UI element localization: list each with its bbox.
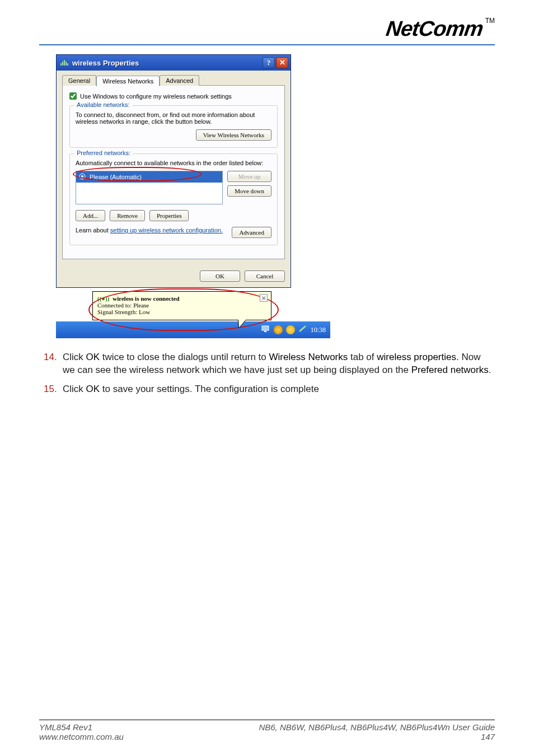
connection-balloon: ((●)) wireless is now connected ✕ Connec… [92, 291, 271, 320]
taskbar-clock: 10:38 [311, 326, 326, 334]
tray-alert-icon[interactable] [286, 325, 295, 334]
learn-link[interactable]: setting up wireless network configuratio… [110, 227, 223, 234]
available-legend: Available networks: [74, 101, 132, 108]
svg-point-1 [81, 175, 83, 178]
available-desc: To connect to, disconnect from, or find … [76, 111, 271, 125]
step-15: 15. Click OK to save your settings. The … [44, 382, 495, 395]
preferred-item-label: Please (Automatic) [90, 174, 142, 180]
svg-rect-2 [262, 326, 269, 330]
wireless-icon [60, 58, 69, 67]
add-button[interactable]: Add... [76, 210, 105, 221]
balloon-line2: Signal Strength: Low [97, 309, 266, 315]
brand-logo: NetCommTM [386, 17, 495, 41]
dialog-title: wireless Properties [72, 59, 261, 67]
svg-rect-3 [264, 331, 266, 332]
tab-advanced[interactable]: Advanced [160, 75, 199, 86]
move-down-button[interactable]: Move down [227, 185, 271, 197]
footer-models: NB6, NB6W, NB6Plus4, NB6Plus4W, NB6Plus4… [259, 722, 495, 732]
preferred-network-list[interactable]: Please (Automatic) [76, 171, 223, 204]
tray-monitor-icon[interactable] [261, 324, 270, 335]
taskbar: 10:38 [56, 321, 330, 338]
balloon-close-button[interactable]: ✕ [260, 294, 268, 302]
wireless-properties-dialog: wireless Properties ? ✕ General Wireless… [56, 54, 291, 288]
preferred-network-item[interactable]: Please (Automatic) [76, 171, 222, 183]
header-rule [39, 44, 495, 45]
tab-wireless-networks[interactable]: Wireless Networks [96, 76, 160, 86]
close-button[interactable]: ✕ [276, 57, 288, 68]
learn-text: Learn about setting up wireless network … [76, 227, 223, 234]
tray-usb-icon[interactable] [298, 324, 307, 335]
ok-button[interactable]: OK [200, 270, 240, 282]
footer-page-number: 147 [259, 732, 495, 741]
footer-url: www.netcomm.com.au [39, 732, 124, 741]
step-14: 14. Click OK twice to close the dialogs … [44, 351, 495, 377]
use-windows-label: Use Windows to configure my wireless net… [80, 93, 232, 100]
dialog-titlebar[interactable]: wireless Properties ? ✕ [57, 55, 291, 71]
preferred-desc: Automatically connect to available netwo… [76, 160, 271, 166]
view-wireless-networks-button[interactable]: View Wireless Networks [196, 129, 271, 141]
cancel-button[interactable]: Cancel [245, 270, 285, 282]
footer-rev: YML854 Rev1 [39, 722, 124, 732]
move-up-button[interactable]: Move up [227, 171, 271, 182]
page-footer: YML854 Rev1 www.netcomm.com.au NB6, NB6W… [39, 720, 495, 741]
tab-general[interactable]: General [62, 75, 96, 86]
network-icon [78, 172, 86, 181]
advanced-button[interactable]: Advanced [232, 227, 271, 238]
wireless-status-icon: ((●)) [97, 295, 109, 302]
help-button[interactable]: ? [263, 57, 275, 68]
use-windows-checkbox-row[interactable]: Use Windows to configure my wireless net… [69, 92, 278, 100]
available-networks-group: Available networks: To connect to, disco… [69, 105, 278, 148]
preferred-legend: Preferred networks: [74, 150, 133, 156]
balloon-line1: Connected to: Please [97, 302, 266, 309]
properties-button[interactable]: Properties [149, 210, 189, 221]
use-windows-checkbox[interactable] [69, 92, 77, 100]
balloon-title-text: wireless is now connected [113, 295, 179, 302]
tray-shield-icon[interactable] [274, 325, 283, 334]
preferred-networks-group: Preferred networks: Automatically connec… [69, 153, 278, 245]
remove-button[interactable]: Remove [110, 210, 145, 221]
